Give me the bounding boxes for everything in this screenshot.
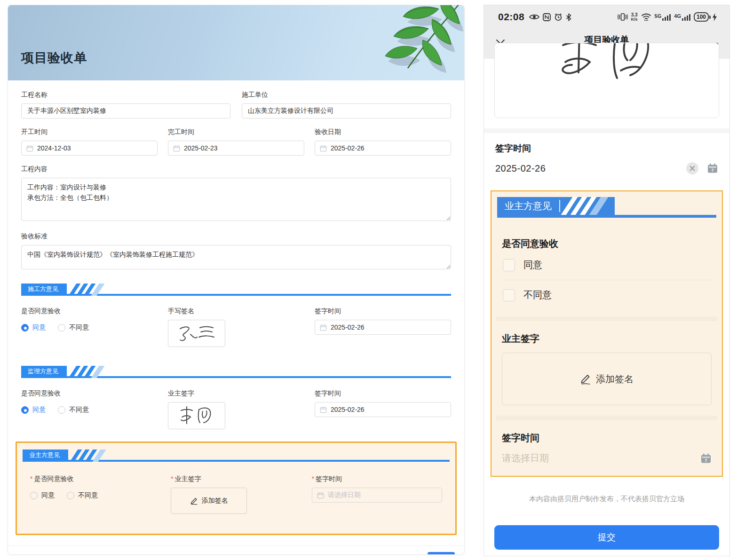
calendar-icon[interactable]: 7 (707, 163, 718, 174)
acceptance-date-label: 验收日期 (315, 128, 451, 136)
add-signature-label: 添加签名 (596, 373, 634, 386)
field-project-name: 工程名称 (21, 91, 230, 118)
signal-5g: 5G (655, 14, 671, 21)
supervisor-sign-time-input[interactable]: 2025-02-26 (315, 402, 451, 417)
desktop-footer: 本内容由搭贝用户制作发布，不代表搭贝官方立场 提交 (8, 545, 464, 555)
required-asterisk: * (30, 475, 32, 482)
clock-time: 02:08 (498, 11, 524, 23)
submit-button[interactable]: 提交 (428, 552, 455, 555)
owner-time-placeholder: 请选择日期 (502, 452, 549, 465)
finish-date-value: 2025-02-23 (184, 144, 218, 152)
radio-selected-icon (21, 406, 29, 414)
checkbox-agree-row[interactable]: 同意 (502, 250, 712, 280)
sign-time-value: 2025-02-26 (495, 163, 546, 174)
required-asterisk: * (312, 475, 314, 482)
submit-button[interactable]: 提交 (494, 525, 719, 550)
radio-agree[interactable]: 同意 (30, 491, 55, 500)
wifi-icon (641, 13, 651, 21)
constructor-sign-time-value: 2025-02-26 (331, 323, 365, 331)
sign-time-label: *签字时间 (312, 475, 442, 483)
add-signature-button[interactable]: 添加签名 (171, 488, 247, 514)
form-body: 工程名称 施工单位 开工时间 2024-12-03 (8, 80, 464, 535)
network-speed: 3.3 K/s (631, 13, 638, 22)
radio-agree[interactable]: 同意 (21, 323, 46, 332)
checkbox-disagree-row[interactable]: 不同意 (502, 280, 712, 310)
group-divider (484, 128, 729, 133)
signature-image-zhangsan[interactable] (168, 320, 225, 347)
sign-time-label: 签字时间 (315, 389, 451, 398)
radio-selected-icon (21, 324, 29, 331)
alarm-clock-icon (554, 13, 563, 21)
section-title: 监理方意见 (21, 366, 67, 378)
agree-question-label: 是否同意验收 (21, 307, 158, 315)
project-content-textarea[interactable]: 工作内容：室内设计与装修 承包方法：全包（包工包料） (21, 178, 451, 221)
group-divider (496, 316, 717, 321)
banner-stripes-decoration (72, 284, 101, 296)
start-date-input[interactable]: 2024-12-03 (21, 141, 158, 156)
constructor-sign-time-input[interactable]: 2025-02-26 (315, 320, 451, 335)
owner-time-input[interactable]: 请选择日期 7 (502, 452, 712, 475)
checkbox-unchecked-icon[interactable] (503, 289, 515, 301)
construction-unit-input[interactable] (242, 103, 451, 118)
calendar-icon[interactable]: 7 (700, 453, 712, 464)
add-signature-button[interactable]: 添加签名 (502, 353, 712, 405)
start-date-value: 2024-12-03 (37, 144, 71, 152)
calendar-icon (173, 145, 180, 152)
acceptance-standard-textarea[interactable]: 中国《室内装饰设计规范》《室内装饰装修工程施工规范》 (21, 245, 451, 269)
acceptance-date-input[interactable]: 2025-02-26 (315, 141, 451, 156)
owner-opinion-section-highlighted: 业主方意见 是否同意验收 同意 (491, 190, 723, 477)
checkbox-unchecked-icon[interactable] (503, 259, 515, 271)
radio-agree-label: 同意 (32, 406, 46, 414)
acceptance-standard-label: 验收标准 (21, 232, 451, 241)
owner-sign-time-placeholder: 请选择日期 (328, 491, 361, 499)
radio-disagree[interactable]: 不同意 (58, 323, 89, 332)
supervisor-sign-time-group: 签字时间 2025-02-26 (315, 389, 451, 429)
banner-stripes-decoration (74, 450, 102, 462)
mobile-preview-card: 02:08 3.3 K/s 5G 4G (483, 5, 730, 556)
owner-time-label: 签字时间 (502, 432, 712, 444)
radio-unselected-icon (30, 492, 38, 499)
radio-disagree[interactable]: 不同意 (67, 491, 98, 500)
radio-disagree[interactable]: 不同意 (58, 406, 89, 414)
section-title: 业主方意见 (505, 200, 552, 213)
owner-sign-time-group: *签字时间 请选择日期 (312, 475, 442, 514)
calendar-icon (26, 145, 33, 152)
section-banner: 监理方意见 (21, 366, 451, 378)
radio-disagree-label: 不同意 (69, 406, 89, 414)
radio-agree[interactable]: 同意 (21, 406, 46, 414)
section-supervisor-opinion: 监理方意见 是否同意验收 同意 (21, 366, 451, 429)
clear-value-icon[interactable] (686, 162, 698, 174)
signature-preview-lisi[interactable] (494, 43, 719, 118)
signature-label: 业主签字 (168, 389, 304, 398)
owner-agree-group: *是否同意验收 同意 不同意 (30, 475, 160, 514)
supervisor-sign-time-value: 2025-02-26 (331, 406, 365, 413)
owner-signature-group: *业主签字 添加签名 (171, 475, 301, 514)
section-title: 施工方意见 (21, 284, 67, 296)
project-name-input[interactable] (21, 103, 230, 118)
checkbox-agree-label: 同意 (523, 259, 542, 271)
section-owner-opinion-highlighted: 业主方意见 *是否同意验收 同意 (16, 442, 457, 535)
leaf-decoration (365, 5, 464, 80)
pen-icon (580, 373, 591, 385)
field-acceptance-standard: 验收标准 中国《室内装饰设计规范》《室内装饰装修工程施工规范》 (21, 232, 451, 271)
field-start-date: 开工时间 2024-12-03 (21, 128, 158, 156)
agree-question-label: *是否同意验收 (30, 475, 160, 483)
section-banner: 业主方意见 (497, 197, 716, 218)
signature-label: 手写签名 (168, 307, 304, 315)
field-acceptance-date: 验收日期 2025-02-26 (315, 128, 451, 156)
desktop-form-card: 项目验收单 (8, 5, 465, 555)
vibrate-icon (618, 13, 628, 21)
constructor-signature-group: 手写签名 (168, 307, 304, 347)
radio-unselected-icon (58, 324, 65, 331)
signature-image-lisi[interactable] (168, 402, 225, 429)
section-banner: 业主方意见 (23, 450, 450, 462)
project-content-label: 工程内容 (21, 165, 451, 174)
radio-disagree-label: 不同意 (69, 323, 89, 332)
battery-indicator: 100 (694, 12, 717, 22)
eye-icon (529, 14, 539, 20)
sign-time-group: 签字时间 2025-02-26 7 (484, 133, 729, 185)
finish-date-input[interactable]: 2025-02-23 (168, 141, 304, 156)
owner-sign-time-input[interactable]: 请选择日期 (312, 488, 442, 503)
banner-separator (559, 200, 560, 212)
radio-unselected-icon (67, 492, 74, 499)
